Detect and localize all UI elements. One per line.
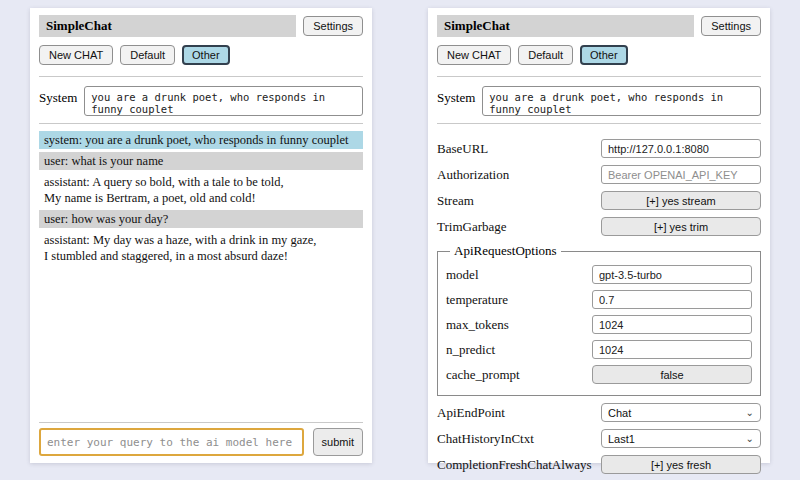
- system-label: System: [39, 86, 77, 106]
- system-prompt-input[interactable]: you are a drunk poet, who responds in fu…: [482, 86, 761, 116]
- setting-row-trimgarbage: TrimGarbage [+] yes trim: [437, 217, 761, 236]
- chat-panel: SimpleChat Settings New CHAT Default Oth…: [30, 8, 372, 463]
- session-other-button[interactable]: Other: [182, 45, 230, 65]
- settings-button[interactable]: Settings: [701, 16, 761, 36]
- chevron-down-icon: ⌄: [746, 408, 754, 418]
- setting-row-baseurl: BaseURL: [437, 139, 761, 158]
- max-tokens-input[interactable]: [592, 315, 752, 334]
- baseurl-input[interactable]: [601, 139, 761, 158]
- max-tokens-label: max_tokens: [446, 317, 509, 333]
- n-predict-input[interactable]: [592, 340, 752, 359]
- divider: [39, 123, 363, 124]
- setting-row-stream: Stream [+] yes stream: [437, 191, 761, 210]
- setting-row-temperature: temperature: [446, 290, 752, 309]
- query-input[interactable]: [39, 428, 304, 456]
- query-area: submit: [39, 418, 363, 456]
- chat-message-user: user: how was your day?: [39, 210, 363, 228]
- chat-message-assistant: assistant: A query so bold, with a tale …: [39, 173, 363, 207]
- api-endpoint-selected-value: Chat: [608, 407, 631, 419]
- chat-message-assistant: assistant: My day was a haze, with a dri…: [39, 231, 363, 265]
- system-prompt-input[interactable]: you are a drunk poet, who responds in fu…: [84, 86, 363, 116]
- titlebar: SimpleChat Settings: [437, 15, 761, 37]
- app-title: SimpleChat: [39, 15, 296, 37]
- settings-panel: SimpleChat Settings New CHAT Default Oth…: [428, 8, 770, 463]
- stream-toggle-button[interactable]: [+] yes stream: [601, 191, 761, 210]
- submit-button[interactable]: submit: [313, 428, 363, 456]
- session-default-button[interactable]: Default: [518, 45, 573, 65]
- setting-row-n-predict: n_predict: [446, 340, 752, 359]
- setting-row-cache-prompt: cache_prompt false: [446, 365, 752, 384]
- setting-row-model: model: [446, 265, 752, 284]
- temperature-label: temperature: [446, 292, 508, 308]
- session-other-button[interactable]: Other: [580, 45, 628, 65]
- api-endpoint-select[interactable]: Chat ⌄: [601, 403, 761, 422]
- system-prompt-row: System you are a drunk poet, who respond…: [437, 86, 761, 116]
- api-endpoint-label: ApiEndPoint: [437, 405, 505, 421]
- setting-row-authorization: Authorization: [437, 165, 761, 184]
- baseurl-label: BaseURL: [437, 141, 488, 157]
- trimgarbage-label: TrimGarbage: [437, 219, 507, 235]
- new-chat-button[interactable]: New CHAT: [39, 45, 113, 65]
- cache-prompt-toggle-button[interactable]: false: [592, 365, 752, 384]
- setting-row-api-endpoint: ApiEndPoint Chat ⌄: [437, 403, 761, 422]
- chat-messages: system: you are a drunk poet, who respon…: [39, 131, 363, 268]
- api-request-options-legend: ApiRequestOptions: [450, 243, 561, 259]
- model-label: model: [446, 267, 479, 283]
- chat-message-system: system: you are a drunk poet, who respon…: [39, 131, 363, 149]
- titlebar: SimpleChat Settings: [39, 15, 363, 37]
- divider: [39, 422, 363, 423]
- completion-fresh-chat-always-toggle-button[interactable]: [+] yes fresh: [601, 455, 761, 474]
- session-default-button[interactable]: Default: [120, 45, 175, 65]
- stream-label: Stream: [437, 193, 474, 209]
- trimgarbage-toggle-button[interactable]: [+] yes trim: [601, 217, 761, 236]
- temperature-input[interactable]: [592, 290, 752, 309]
- setting-row-max-tokens: max_tokens: [446, 315, 752, 334]
- divider: [437, 76, 761, 77]
- cache-prompt-label: cache_prompt: [446, 367, 520, 383]
- authorization-input[interactable]: [601, 165, 761, 184]
- chat-history-selected-value: Last1: [608, 433, 635, 445]
- setting-row-completion-fresh-chat-always: CompletionFreshChatAlways [+] yes fresh: [437, 455, 761, 474]
- system-prompt-row: System you are a drunk poet, who respond…: [39, 86, 363, 116]
- divider: [39, 76, 363, 77]
- setting-row-chat-history-in-ctxt: ChatHistoryInCtxt Last1 ⌄: [437, 429, 761, 448]
- chevron-down-icon: ⌄: [746, 434, 754, 444]
- completion-fresh-chat-always-label: CompletionFreshChatAlways: [437, 457, 592, 473]
- chat-message-user: user: what is your name: [39, 152, 363, 170]
- new-chat-button[interactable]: New CHAT: [437, 45, 511, 65]
- query-row: submit: [39, 428, 363, 456]
- settings-button[interactable]: Settings: [303, 16, 363, 36]
- divider: [437, 123, 761, 124]
- session-toolbar: New CHAT Default Other: [39, 45, 363, 65]
- chat-history-in-ctxt-select[interactable]: Last1 ⌄: [601, 429, 761, 448]
- n-predict-label: n_predict: [446, 342, 495, 358]
- authorization-label: Authorization: [437, 167, 509, 183]
- chat-history-in-ctxt-label: ChatHistoryInCtxt: [437, 431, 534, 447]
- system-label: System: [437, 86, 475, 106]
- api-request-options-group: ApiRequestOptions model temperature max_…: [437, 243, 761, 396]
- session-toolbar: New CHAT Default Other: [437, 45, 761, 65]
- model-input[interactable]: [592, 265, 752, 284]
- app-title: SimpleChat: [437, 15, 694, 37]
- settings-list: BaseURL Authorization Stream [+] yes str…: [437, 132, 761, 480]
